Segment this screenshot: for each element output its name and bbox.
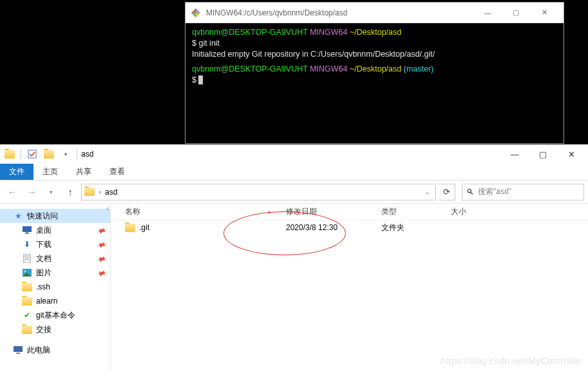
close-button[interactable]: ✕	[530, 3, 558, 23]
quick-access-toolbar: ▾	[3, 147, 79, 161]
desktop-icon	[22, 225, 32, 235]
address-bar[interactable]: › asd ⌄	[81, 184, 436, 200]
doc-icon	[22, 253, 32, 264]
sidebar-item-label: git基本命令	[36, 310, 75, 321]
sort-asc-icon: ▴	[268, 209, 270, 215]
sidebar-item-quick-access[interactable]: ★ 快速访问	[0, 209, 110, 223]
dropdown-icon[interactable]: ▾	[59, 147, 73, 161]
window-title: asd	[81, 150, 93, 159]
svg-rect-7	[24, 233, 30, 234]
download-icon: ⬇	[22, 239, 32, 249]
maximize-button[interactable]: ▢	[529, 145, 557, 163]
folder-icon	[125, 222, 135, 233]
sidebar-item-label: 桌面	[36, 225, 52, 236]
check-icon: ✔	[22, 310, 32, 320]
sidebar-item-downloads[interactable]: ⬇ 下载 📌	[0, 237, 110, 251]
sidebar-item-ssh[interactable]: .ssh	[0, 280, 110, 294]
prompt-sys: MINGW64	[310, 28, 347, 37]
ribbon-tabs: 文件 主页 共享 查看	[0, 164, 588, 180]
tab-view[interactable]: 查看	[100, 164, 134, 180]
svg-point-13	[24, 271, 26, 273]
folder-icon	[22, 324, 32, 335]
prompt-branch: (master)	[404, 64, 434, 73]
forward-button[interactable]: →	[23, 184, 40, 200]
column-name[interactable]: 名称▴	[120, 206, 281, 217]
divider	[77, 149, 77, 159]
prompt-user: qvbnnm@DESKTOP-GA9VUHT	[192, 28, 308, 37]
file-date: 2020/3/8 12:30	[281, 223, 376, 232]
pin-icon: 📌	[96, 225, 106, 235]
prompt-symbol: $	[192, 75, 198, 84]
svg-rect-8	[24, 254, 30, 263]
back-button[interactable]: ←	[4, 184, 21, 200]
navigation-sidebar: ‹ ★ 快速访问 桌面 📌 ⬇ 下载 📌 文档 📌 图	[0, 204, 111, 370]
file-type: 文件夹	[376, 222, 446, 233]
pin-icon: 📌	[96, 253, 106, 264]
divider	[21, 149, 21, 159]
maximize-button[interactable]: ▢	[502, 3, 530, 23]
svg-marker-2	[196, 13, 200, 17]
column-size[interactable]: 大小	[446, 206, 497, 217]
sidebar-item-pictures[interactable]: 图片 📌	[0, 266, 110, 280]
svg-marker-1	[191, 8, 196, 13]
prompt-symbol: $	[192, 39, 198, 48]
recent-dropdown[interactable]: ▾	[43, 184, 59, 200]
tab-file[interactable]: 文件	[0, 164, 33, 180]
sidebar-item-label: 交接	[36, 324, 52, 335]
cursor	[198, 75, 203, 84]
sidebar-item-desktop[interactable]: 桌面 📌	[0, 223, 110, 237]
folder-icon	[22, 282, 32, 292]
file-row[interactable]: .git 2020/3/8 12:30 文件夹	[111, 220, 588, 235]
sidebar-item-alearn[interactable]: alearn	[0, 294, 110, 308]
prompt-path: ~/Desktop/asd	[350, 28, 401, 37]
search-icon: 🔍︎	[466, 188, 474, 197]
minimize-button[interactable]: —	[473, 3, 502, 23]
address-dropdown-icon[interactable]: ⌄	[422, 189, 433, 195]
address-sep: ›	[99, 188, 101, 197]
svg-marker-3	[191, 13, 196, 17]
file-list-pane[interactable]: 名称▴ 修改日期 类型 大小 .git 2020/3/8 12:30 文件夹	[111, 204, 588, 370]
svg-rect-4	[28, 150, 36, 158]
folder-icon[interactable]	[42, 147, 56, 161]
folder-icon[interactable]	[3, 147, 17, 161]
address-segment[interactable]: asd	[105, 188, 117, 197]
explorer-titlebar[interactable]: ▾ asd — ▢ ✕	[0, 144, 588, 164]
terminal-window: MINGW64:/c/Users/qvbnnm/Desktop/asd — ▢ …	[185, 2, 564, 144]
watermark: https://blog.csdn.net/MyController	[441, 356, 582, 366]
properties-icon[interactable]	[25, 147, 39, 161]
close-button[interactable]: ✕	[557, 145, 585, 163]
prompt-user: qvbnnm@DESKTOP-GA9VUHT	[192, 64, 308, 73]
sidebar-item-thispc[interactable]: 此电脑	[0, 343, 110, 357]
terminal-body[interactable]: qvbnnm@DESKTOP-GA9VUHT MINGW64 ~/Desktop…	[185, 23, 564, 143]
tab-home[interactable]: 主页	[33, 164, 67, 180]
tab-share[interactable]: 共享	[67, 164, 100, 180]
search-placeholder: 搜索"asd"	[478, 186, 511, 197]
command: git init	[198, 39, 220, 48]
explorer-window: ▾ asd — ▢ ✕ 文件 主页 共享 查看 ← → ▾ ↑ › asd ⌄ …	[0, 144, 588, 370]
sidebar-item-gitcmd[interactable]: ✔ git基本命令	[0, 308, 110, 322]
up-button[interactable]: ↑	[62, 184, 79, 200]
sidebar-item-label: 此电脑	[27, 345, 50, 356]
pc-icon	[13, 345, 23, 355]
star-icon: ★	[13, 211, 23, 221]
refresh-button[interactable]: ⟳	[439, 184, 455, 200]
sidebar-item-documents[interactable]: 文档 📌	[0, 251, 110, 266]
pic-icon	[22, 268, 32, 278]
output-line: Initialized empty Git repository in C:/U…	[192, 50, 435, 59]
column-headers: 名称▴ 修改日期 类型 大小	[111, 204, 588, 220]
sidebar-item-label: 下载	[36, 239, 52, 250]
minimize-button[interactable]: —	[500, 145, 529, 163]
sidebar-item-label: 文档	[36, 253, 52, 264]
column-type[interactable]: 类型	[376, 206, 446, 217]
column-date[interactable]: 修改日期	[281, 206, 376, 217]
terminal-titlebar[interactable]: MINGW64:/c/Users/qvbnnm/Desktop/asd — ▢ …	[185, 3, 564, 23]
pin-icon: 📌	[96, 268, 106, 278]
pin-icon: 📌	[96, 239, 106, 249]
sidebar-item-label: alearn	[36, 297, 57, 306]
chevron-left-icon[interactable]: ‹	[107, 205, 109, 212]
search-input[interactable]: 🔍︎ 搜索"asd"	[462, 184, 584, 200]
terminal-title: MINGW64:/c/Users/qvbnnm/Desktop/asd	[206, 8, 473, 17]
sidebar-item-jiaojie[interactable]: 交接	[0, 322, 110, 336]
sidebar-item-label: 快速访问	[27, 211, 58, 222]
folder-icon	[22, 296, 32, 306]
